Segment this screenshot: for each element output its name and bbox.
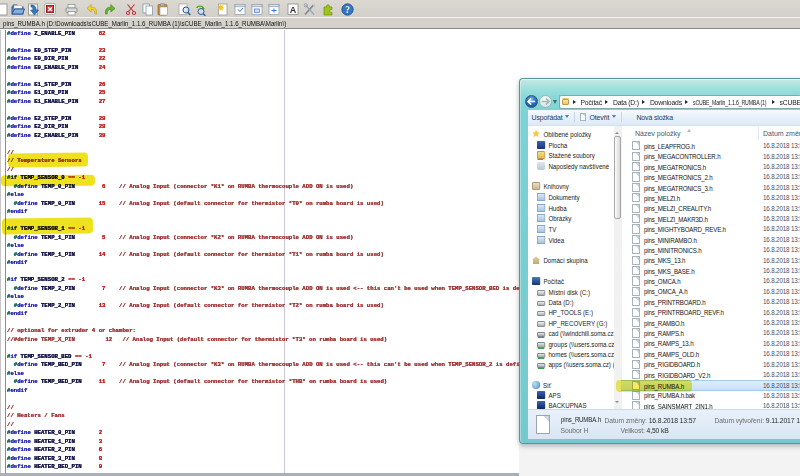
svg-text:A: A xyxy=(290,5,297,15)
svg-text:?: ? xyxy=(345,5,350,15)
